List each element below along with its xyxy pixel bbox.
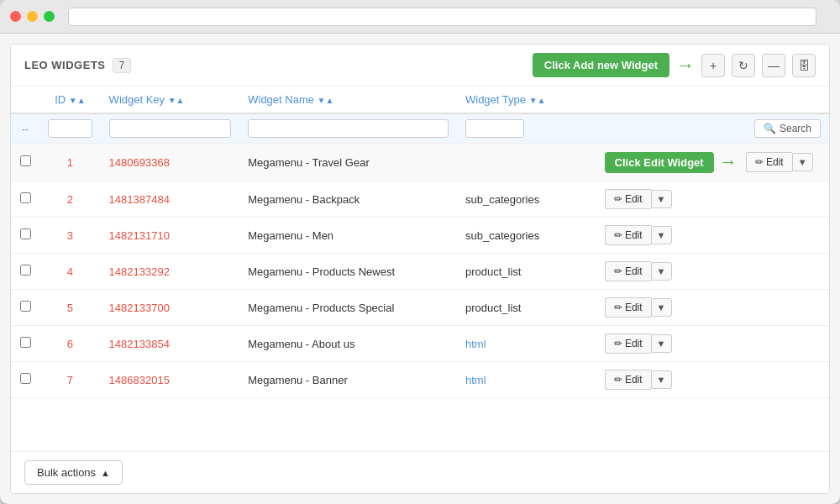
main-content: LEO WIDGETS 7 Click Add new Widget → + ↻… <box>10 44 830 494</box>
filter-name-input[interactable] <box>248 119 449 138</box>
row-widget-type: html <box>457 362 596 398</box>
close-button[interactable] <box>10 11 21 22</box>
row-id-link[interactable]: 2 <box>67 193 73 206</box>
row-widget-key-link[interactable]: 1481387484 <box>109 193 170 206</box>
edit-dropdown-button[interactable]: ▼ <box>651 262 672 281</box>
row-widget-type: product_list <box>457 254 596 290</box>
edit-button[interactable]: ✏ Edit <box>605 225 651 245</box>
filter-id-input[interactable] <box>48 119 92 138</box>
row-checkbox[interactable] <box>20 337 31 348</box>
row-id-link[interactable]: 5 <box>67 302 73 314</box>
maximize-button[interactable] <box>44 11 55 22</box>
row-widget-key-link[interactable]: 1482131710 <box>109 229 170 242</box>
sort-name-icon: ▼▲ <box>318 96 334 105</box>
row-widget-name: Megamenu - Products Special <box>239 290 457 326</box>
table-row: 61482133854Megamenu - About ushtml✏ Edit… <box>11 326 829 362</box>
row-actions: ✏ Edit▼ <box>596 326 829 362</box>
sort-key-icon: ▼▲ <box>168 96 185 105</box>
row-id-link[interactable]: 6 <box>67 338 73 350</box>
tooltip-arrow-icon: → <box>719 151 738 173</box>
row-widget-name: Megamenu - Banner <box>239 362 457 398</box>
titlebar <box>0 0 840 34</box>
row-widget-type: html <box>457 326 596 362</box>
row-widget-key: 1481387484 <box>101 181 240 218</box>
edit-dropdown-button[interactable]: ▼ <box>651 190 672 208</box>
row-checkbox[interactable] <box>20 373 31 384</box>
row-widget-type: sub_categories <box>457 218 596 254</box>
row-widget-key-link[interactable]: 1482133292 <box>109 265 170 278</box>
edit-dropdown-button[interactable]: ▼ <box>651 226 672 244</box>
row-widget-key-link[interactable]: 1482133854 <box>109 338 170 350</box>
header-actions: Click Add new Widget → + ↻ — 🗄 <box>533 53 816 77</box>
row-widget-key-link[interactable]: 1482133700 <box>109 302 170 314</box>
address-bar[interactable] <box>68 8 816 26</box>
add-icon-button[interactable]: + <box>701 54 725 77</box>
row-widget-key-link[interactable]: 1486832015 <box>109 374 170 386</box>
row-checkbox[interactable] <box>20 228 31 239</box>
edit-dropdown-button[interactable]: ▼ <box>651 334 672 353</box>
row-widget-name: Megamenu - Travel Gear <box>239 144 457 181</box>
edit-button[interactable]: ✏ Edit <box>605 333 651 354</box>
row-widget-type-link[interactable]: html <box>465 338 486 350</box>
filter-key-input[interactable] <box>109 119 232 138</box>
search-button[interactable]: 🔍 Search <box>754 119 821 138</box>
add-arrow-icon: → <box>676 55 695 76</box>
edit-button[interactable]: ✏ Edit <box>605 261 651 281</box>
edit-dropdown-button[interactable]: ▼ <box>651 370 672 389</box>
filter-search-cell: 🔍 Search <box>596 113 829 144</box>
row-id: 6 <box>39 326 100 362</box>
row-checkbox[interactable] <box>20 301 31 312</box>
bulk-actions-caret-icon: ▲ <box>101 468 110 478</box>
row-checkbox[interactable] <box>20 192 31 203</box>
row-widget-type-link[interactable]: html <box>465 374 486 386</box>
minus-icon-button[interactable]: — <box>762 54 785 77</box>
table-row: 21481387484Megamenu - Backpacksub_catego… <box>11 181 829 218</box>
row-id-link[interactable]: 1 <box>67 156 73 169</box>
row-checkbox[interactable] <box>20 265 31 276</box>
filter-type-input[interactable] <box>465 119 524 138</box>
edit-dropdown-button[interactable]: ▼ <box>651 298 672 317</box>
col-widget-name[interactable]: Widget Name ▼▲ <box>239 87 457 113</box>
table-row: 51482133700Megamenu - Products Specialpr… <box>11 290 829 326</box>
row-widget-key: 1482133854 <box>101 326 240 362</box>
search-icon: 🔍 <box>764 123 776 134</box>
edit-dropdown-button[interactable]: ▼ <box>792 153 813 171</box>
row-widget-name: Megamenu - Products Newest <box>239 254 457 290</box>
row-id-link[interactable]: 4 <box>67 265 73 278</box>
col-widget-type[interactable]: Widget Type ▼▲ <box>457 87 596 113</box>
db-icon-button[interactable]: 🗄 <box>792 54 816 77</box>
row-widget-key-link[interactable]: 1480693368 <box>109 156 170 169</box>
row-actions: ✏ Edit▼ <box>596 181 829 218</box>
edit-button[interactable]: ✏ Edit <box>605 189 651 209</box>
row-id: 3 <box>39 218 100 254</box>
table-container: ID ▼▲ Widget Key ▼▲ Widget Name ▼▲ Widge… <box>11 87 829 451</box>
col-checkbox <box>11 87 39 113</box>
filter-name-cell <box>239 113 457 144</box>
minimize-button[interactable] <box>27 11 38 22</box>
row-id-link[interactable]: 7 <box>67 374 73 386</box>
row-id: 4 <box>39 254 100 290</box>
row-actions: Click Edit Widget→✏ Edit▼ <box>596 144 829 181</box>
col-widget-key[interactable]: Widget Key ▼▲ <box>101 87 240 113</box>
row-checkbox[interactable] <box>20 155 31 166</box>
filter-key-cell <box>101 113 240 144</box>
refresh-icon-button[interactable]: ↻ <box>732 54 755 77</box>
row-actions: ✏ Edit▼ <box>596 362 829 398</box>
edit-button[interactable]: ✏ Edit <box>605 370 651 390</box>
filter-type-cell <box>457 113 596 144</box>
table-row: 71486832015Megamenu - Bannerhtml✏ Edit▼ <box>11 362 829 398</box>
row-id: 7 <box>39 362 100 398</box>
sort-type-icon: ▼▲ <box>529 96 546 105</box>
edit-button[interactable]: ✏ Edit <box>746 152 792 172</box>
count-badge: 7 <box>113 58 132 73</box>
row-id: 1 <box>39 144 100 181</box>
row-id-link[interactable]: 3 <box>67 229 73 242</box>
filter-id-cell <box>39 113 100 144</box>
edit-button[interactable]: ✏ Edit <box>605 297 651 318</box>
col-id[interactable]: ID ▼▲ <box>39 87 100 113</box>
bulk-actions-button[interactable]: Bulk actions ▲ <box>24 460 123 485</box>
app-window: LEO WIDGETS 7 Click Add new Widget → + ↻… <box>0 0 840 504</box>
add-widget-button[interactable]: Click Add new Widget <box>533 53 669 77</box>
row-widget-key: 1482131710 <box>101 218 240 254</box>
table-row: 31482131710Megamenu - Mensub_categories✏… <box>11 218 829 254</box>
